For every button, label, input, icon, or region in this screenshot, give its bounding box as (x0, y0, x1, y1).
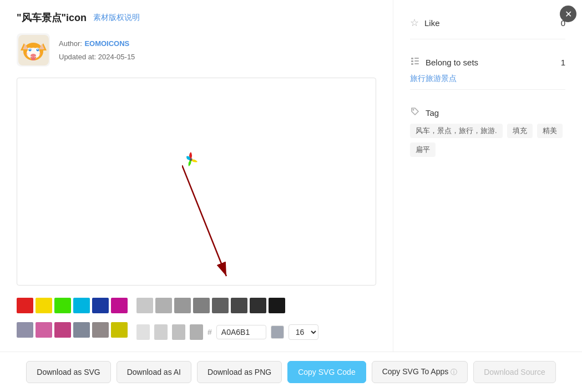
gray-swatch[interactable] (212, 298, 229, 313)
gray-swatch[interactable] (172, 324, 185, 340)
tag-label: Tag (426, 108, 439, 118)
gray-swatches-row1 (136, 298, 285, 318)
color-swatch[interactable] (92, 322, 109, 338)
color-row-muted (17, 322, 128, 338)
like-row: ☆ Like 0 (410, 17, 565, 29)
like-label: Like (424, 18, 440, 28)
author-row-inner: Author: EOMOICONS (59, 38, 135, 48)
author-name[interactable]: EOMOICONS (84, 39, 129, 48)
color-palette-area: # 16 24 32 48 64 (17, 292, 376, 348)
like-left: ☆ Like (410, 17, 440, 29)
svg-point-14 (31, 57, 36, 60)
download-svg-button[interactable]: Download as SVG (26, 361, 110, 383)
close-button[interactable]: ✕ (560, 6, 576, 22)
belong-left: Belong to sets (410, 56, 478, 69)
color-swatch[interactable] (54, 322, 71, 338)
gray-swatch[interactable] (136, 298, 153, 313)
color-swatch[interactable] (111, 298, 128, 313)
svg-rect-23 (411, 60, 413, 62)
svg-point-15 (26, 53, 27, 54)
hex-input[interactable] (216, 325, 266, 339)
color-swatch[interactable] (73, 322, 90, 338)
author-row: Author: EOMOICONS Updated at: 2024-05-15 (17, 33, 376, 67)
page-title: "风车景点"icon (17, 11, 87, 24)
avatar (17, 33, 50, 67)
gray-swatch[interactable] (269, 298, 285, 313)
svg-point-27 (413, 109, 414, 111)
hex-label: # (208, 328, 212, 337)
tag-item[interactable]: 扁平 (410, 142, 436, 157)
color-swatch[interactable] (92, 298, 109, 313)
svg-rect-26 (414, 63, 419, 64)
author-info: Author: EOMOICONS Updated at: 2024-05-15 (59, 38, 135, 62)
color-preview-box[interactable] (271, 325, 284, 339)
gray-swatch[interactable] (154, 324, 168, 340)
color-swatch[interactable] (73, 298, 90, 313)
belong-section: Belong to sets 1 旅行旅游景点 (410, 50, 565, 90)
tag-row: Tag (410, 106, 565, 119)
svg-point-8 (37, 49, 38, 50)
gray-swatch[interactable] (155, 298, 172, 313)
svg-point-18 (190, 159, 192, 161)
license-link[interactable]: 素材版权说明 (93, 13, 140, 23)
gray-swatch[interactable] (174, 298, 191, 313)
star-icon: ☆ (410, 17, 419, 29)
updated-row: Updated at: 2024-05-15 (59, 52, 135, 62)
belong-row: Belong to sets 1 (410, 56, 565, 69)
tag-item[interactable]: 精美 (537, 124, 563, 138)
like-section: ☆ Like 0 (410, 11, 565, 39)
color-swatch[interactable] (17, 298, 33, 313)
svg-rect-24 (414, 60, 419, 62)
list-icon (410, 56, 420, 69)
svg-point-7 (29, 49, 31, 50)
icon-preview-area (17, 78, 376, 286)
gray-swatch[interactable] (136, 324, 150, 340)
tag-item[interactable]: 风车，景点，旅行，旅游. (410, 124, 503, 138)
svg-rect-21 (411, 58, 413, 59)
svg-rect-25 (411, 63, 413, 65)
color-swatch[interactable] (36, 298, 52, 313)
left-panel: "风车景点"icon 素材版权说明 (0, 0, 393, 392)
color-swatch[interactable] (54, 298, 71, 313)
download-png-button[interactable]: Download as PNG (197, 361, 282, 383)
copy-svg-to-apps-button[interactable]: Copy SVG To Apps ⓘ (372, 361, 468, 383)
tag-list: 风车，景点，旅行，旅游. 填充 精美 扁平 (410, 124, 565, 157)
main-container: ✕ "风车景点"icon 素材版权说明 (0, 0, 582, 392)
right-panel: ☆ Like 0 (393, 0, 582, 392)
author-label: Author: (59, 39, 82, 48)
avatar-image (18, 35, 49, 65)
color-swatch[interactable] (111, 322, 128, 338)
arrow-indicator (182, 165, 282, 287)
set-link[interactable]: 旅行旅游景点 (410, 74, 457, 83)
belong-count: 1 (561, 58, 565, 67)
gray-swatch[interactable] (190, 324, 203, 340)
updated-label: Updated at: 2024-05-15 (59, 53, 135, 61)
title-row: "风车景点"icon 素材版权说明 (17, 11, 376, 24)
tag-section: Tag 风车，景点，旅行，旅游. 填充 精美 扁平 (410, 101, 565, 162)
download-source-button[interactable]: Download Source (473, 361, 556, 383)
download-ai-button[interactable]: Download as AI (117, 361, 191, 383)
svg-point-13 (31, 54, 36, 57)
svg-rect-22 (414, 58, 419, 59)
size-select[interactable]: 16 24 32 48 64 (289, 324, 318, 340)
belong-label: Belong to sets (426, 58, 478, 67)
copy-svg-code-button[interactable]: Copy SVG Code (287, 361, 366, 383)
color-swatch[interactable] (36, 322, 52, 338)
svg-line-20 (182, 165, 226, 276)
color-row-vibrant (17, 298, 128, 313)
color-swatch[interactable] (17, 322, 33, 338)
gray-swatch[interactable] (231, 298, 247, 313)
close-icon: ✕ (565, 9, 572, 19)
color-input-row: # 16 24 32 48 64 (136, 322, 318, 342)
bottom-buttons: Download as SVG Download as AI Download … (0, 352, 582, 392)
svg-point-16 (39, 53, 41, 54)
gray-swatch[interactable] (193, 298, 210, 313)
tag-item[interactable]: 填充 (507, 124, 533, 138)
info-icon: ⓘ (451, 368, 457, 376)
gray-swatch[interactable] (250, 298, 266, 313)
tag-icon (410, 106, 420, 119)
windmill-icon (182, 151, 200, 171)
tag-left: Tag (410, 106, 439, 119)
